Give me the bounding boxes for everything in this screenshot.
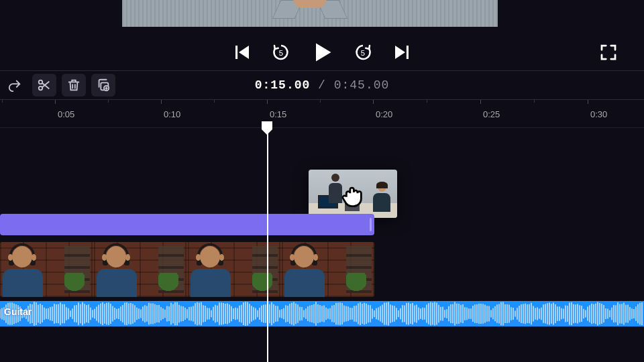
ruler-tick [267, 100, 268, 104]
timecode-display: 0:15.00 / 0:45.00 [255, 78, 390, 92]
audio-clip-label: Guitar [4, 306, 32, 317]
audio-clip[interactable]: Guitar [0, 301, 644, 326]
ruler-tick-label: 0:05 [58, 109, 74, 119]
timecode-sep: / [310, 78, 333, 92]
svg-rect-3 [407, 46, 409, 59]
ruler-tick [373, 100, 374, 104]
redo-button[interactable] [3, 74, 27, 97]
timecode-current: 0:15.00 [255, 78, 311, 92]
svg-text:5: 5 [279, 49, 283, 57]
ruler-tick-label: 0:25 [483, 109, 500, 119]
playhead[interactable] [267, 122, 268, 362]
next-frame-button[interactable] [392, 42, 412, 62]
transport-bar: 5 5 [0, 36, 644, 68]
timecode-duration: 0:45.00 [334, 78, 390, 92]
video-clip[interactable] [0, 242, 374, 297]
ruler-tick [55, 100, 56, 104]
duplicate-button[interactable] [91, 74, 115, 97]
timeline-tracks[interactable]: Guitar [0, 128, 644, 362]
waveform-icon [0, 301, 644, 326]
svg-text:5: 5 [361, 49, 365, 57]
grab-cursor-icon [338, 180, 368, 210]
overlay-clip[interactable] [0, 214, 374, 235]
delete-button[interactable] [62, 74, 86, 97]
playhead-grip-icon[interactable] [261, 121, 273, 135]
ruler-tick-label: 0:20 [376, 109, 392, 119]
forward-5-button[interactable]: 5 [353, 42, 373, 62]
svg-rect-0 [235, 46, 237, 59]
timeline-ruler[interactable]: 0:050:100:150:200:250:30 [0, 100, 644, 128]
rewind-5-button[interactable]: 5 [271, 42, 291, 62]
ruler-tick-label: 0:10 [164, 109, 180, 119]
ruler-tick [588, 100, 588, 104]
ruler-tick [480, 100, 481, 104]
ruler-tick-label: 0:30 [590, 109, 607, 119]
timeline-toolbar: 0:15.00 / 0:45.00 [0, 70, 644, 100]
ruler-tick-label: 0:15 [270, 109, 286, 119]
split-button[interactable] [32, 74, 56, 97]
ruler-tick [161, 100, 162, 104]
prev-frame-button[interactable] [232, 42, 252, 62]
preview-frame [122, 0, 498, 27]
preview-area: 5 5 [0, 0, 644, 70]
fullscreen-button[interactable] [598, 42, 619, 62]
play-button[interactable] [310, 40, 334, 64]
